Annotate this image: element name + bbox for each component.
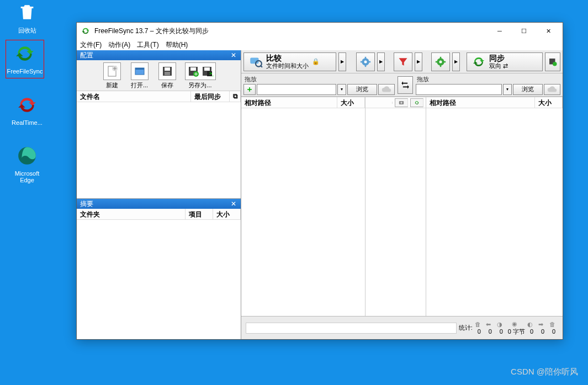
left-grid: 相对路径 大小 xyxy=(241,97,365,316)
sync-batch-button[interactable] xyxy=(545,52,560,71)
summary-panel: 摘要 ✕ 文件夹 项目 大小 xyxy=(77,198,241,339)
stat-create-left: 🗑0 xyxy=(475,321,484,335)
middle-grid xyxy=(365,97,426,316)
svg-text:>_: >_ xyxy=(209,71,214,76)
col-relpath-left[interactable]: 相对路径 xyxy=(241,97,337,108)
left-drag-label: 拖放 xyxy=(243,75,395,83)
col-items[interactable]: 项目 xyxy=(186,209,213,219)
left-path-dropdown[interactable]: ▾ xyxy=(337,84,346,95)
sync-settings-dropdown[interactable]: ▶ xyxy=(452,52,460,71)
settings-button[interactable] xyxy=(356,52,375,71)
left-cloud-button[interactable] xyxy=(378,84,395,95)
right-path-input[interactable] xyxy=(416,84,502,95)
summary-list[interactable] xyxy=(77,220,241,339)
titlebar[interactable]: FreeFileSync 13.7 – 文件夹比较与同步 ─ ☐ ✕ xyxy=(77,23,563,39)
lock-icon: 🔒 xyxy=(312,58,320,65)
path-toolbar: 拖放 ＋ ▾ 浏览 拖放 ▾ 浏览 xyxy=(241,73,563,97)
new-icon xyxy=(103,62,121,80)
menu-file[interactable]: 文件(F) xyxy=(80,40,102,50)
stat-bytes: ◉0 字节 xyxy=(508,320,525,336)
right-grid: 相对路径 大小 xyxy=(426,97,563,316)
right-cloud-button[interactable] xyxy=(544,84,560,95)
stat-create-right: ◐0 xyxy=(527,321,536,335)
svg-rect-9 xyxy=(190,67,196,71)
new-button[interactable]: 新建 xyxy=(99,62,125,89)
close-config-panel[interactable]: ✕ xyxy=(230,51,237,59)
svg-rect-4 xyxy=(135,68,144,70)
filter-button[interactable] xyxy=(394,52,412,71)
svg-line-17 xyxy=(261,65,262,67)
stat-delete-right: 🗑0 xyxy=(549,321,558,335)
left-path-input[interactable] xyxy=(257,84,336,95)
label: RealTime... xyxy=(8,119,46,126)
open-button[interactable]: 打开... xyxy=(126,62,153,89)
config-title: 配置 xyxy=(80,51,93,60)
stat-delete-left: ◑0 xyxy=(497,321,506,335)
desktop-icon-recycle-bin[interactable]: 回收站 xyxy=(8,0,46,35)
view-action-button[interactable] xyxy=(410,98,423,107)
open-icon xyxy=(131,62,149,80)
config-list-header: 文件名 最后同步 ⧉ xyxy=(77,91,241,102)
left-path-section: 拖放 ＋ ▾ 浏览 xyxy=(243,75,395,95)
right-path-dropdown[interactable]: ▾ xyxy=(503,84,512,95)
compare-button[interactable]: 比较文件时间和大小 🔒 xyxy=(243,52,336,71)
svg-rect-6 xyxy=(165,67,170,71)
left-browse-button[interactable]: 浏览 xyxy=(347,84,377,95)
add-pair-button[interactable]: ＋ xyxy=(243,84,256,95)
summary-panel-header[interactable]: 摘要 ✕ xyxy=(77,199,241,209)
freefilesync-icon xyxy=(13,41,37,66)
col-folder[interactable]: 文件夹 xyxy=(77,209,186,219)
col-size-right[interactable]: 大小 xyxy=(535,97,563,108)
menu-help[interactable]: 帮助(H) xyxy=(166,40,188,50)
desktop-icon-realtime[interactable]: RealTime... xyxy=(8,93,46,126)
svg-point-31 xyxy=(553,62,557,66)
svg-point-33 xyxy=(400,102,402,103)
config-panel-header[interactable]: 配置 ✕ xyxy=(77,50,241,60)
label: 回收站 xyxy=(8,27,46,35)
sync-settings-button[interactable] xyxy=(431,52,450,71)
menu-action[interactable]: 动作(A) xyxy=(108,40,130,50)
maximize-button[interactable]: ☐ xyxy=(512,23,536,39)
compare-dropdown[interactable]: ▶ xyxy=(338,52,346,71)
menu-tools[interactable]: 工具(T) xyxy=(137,40,158,50)
svg-point-25 xyxy=(439,60,442,63)
close-summary-panel[interactable]: ✕ xyxy=(230,200,237,208)
filter-dropdown[interactable]: ▶ xyxy=(415,52,422,71)
desktop-icon-edge[interactable]: Microsoft Edge xyxy=(8,144,46,183)
right-drag-label: 拖放 xyxy=(416,75,560,83)
app-icon xyxy=(81,27,90,35)
col-filename[interactable]: 文件名 xyxy=(77,91,191,102)
col-size[interactable]: 大小 xyxy=(213,209,241,219)
label: Microsoft Edge xyxy=(8,170,46,183)
config-list[interactable] xyxy=(77,102,241,198)
sync-button[interactable]: 同步双向 ⇄ xyxy=(467,52,543,71)
swap-sides-button[interactable] xyxy=(398,76,413,94)
desktop-icon-freefilesync[interactable]: FreeFileSync xyxy=(6,40,44,78)
save-button[interactable]: 保存 xyxy=(154,62,181,89)
col-size-left[interactable]: 大小 xyxy=(337,97,365,108)
stats-label: 统计: xyxy=(459,324,473,332)
saveas-icon: >_ xyxy=(185,62,216,80)
minimize-button[interactable]: ─ xyxy=(488,23,512,39)
svg-point-19 xyxy=(364,60,367,63)
middle-grid-body[interactable] xyxy=(365,108,426,316)
right-grid-body[interactable] xyxy=(426,108,563,316)
right-browse-button[interactable]: 浏览 xyxy=(513,84,543,95)
status-bar: 统计: 🗑0 ⬅0 ◑0 ◉0 字节 ◐0 ➡0 🗑0 xyxy=(241,316,563,339)
sync-icon xyxy=(472,55,486,69)
config-panel: 配置 ✕ 新建 打开... 保存 xyxy=(77,50,241,339)
svg-rect-7 xyxy=(165,72,170,75)
recycle-bin-icon xyxy=(15,0,39,24)
settings-dropdown[interactable]: ▶ xyxy=(377,52,385,71)
col-options-icon[interactable]: ⧉ xyxy=(230,91,241,102)
status-empty-bar xyxy=(246,323,457,334)
col-lastsync[interactable]: 最后同步 xyxy=(191,91,230,102)
col-relpath-right[interactable]: 相对路径 xyxy=(426,97,535,108)
left-grid-body[interactable] xyxy=(241,108,365,316)
saveas-button[interactable]: >_ 另存为... xyxy=(182,62,219,89)
view-category-button[interactable] xyxy=(395,98,408,107)
window-title: FreeFileSync 13.7 – 文件夹比较与同步 xyxy=(92,27,488,36)
close-button[interactable]: ✕ xyxy=(536,23,560,39)
menubar: 文件(F) 动作(A) 工具(T) 帮助(H) xyxy=(77,39,563,50)
edge-icon xyxy=(15,144,39,168)
